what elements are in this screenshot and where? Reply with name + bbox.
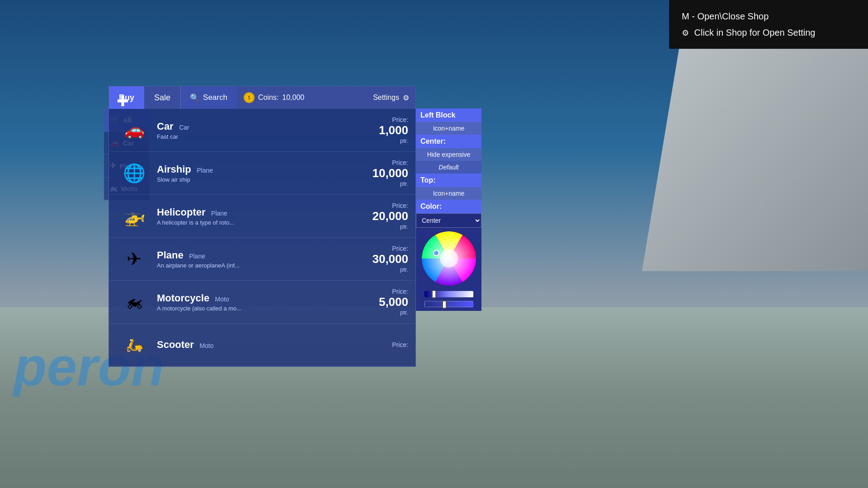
item-price-plane: Price: 30,000 ptr. (372, 245, 408, 273)
settings-button[interactable]: Settings ⚙ (367, 86, 415, 109)
item-row-car[interactable]: 🚗 Car Car Fast car Price: 1,000 ptr. (109, 109, 415, 152)
search-icon: 🔍 (190, 93, 199, 103)
item-name-airship: Airship Plane (157, 164, 372, 175)
settings-panel: Left Block Icon+name Center: Hide expens… (416, 108, 481, 311)
item-info-airship: Airship Plane Slow air ship (152, 164, 372, 183)
item-name-helicopter: Helicopter Plane (157, 206, 372, 218)
hint-line2: ⚙ Click in Shop for Open Setting (682, 24, 855, 41)
item-info-helicopter: Helicopter Plane A helicopter is a type … (152, 206, 372, 226)
color-title: Color: (416, 200, 481, 213)
hint-box: M - Open\Close Shop ⚙ Click in Shop for … (669, 0, 868, 49)
item-icon-car: 🚗 (116, 114, 152, 146)
item-info-car: Car Car Fast car (152, 121, 379, 140)
hint-line1: M - Open\Close Shop (682, 8, 855, 24)
color-wheel-svg[interactable] (422, 231, 476, 286)
item-price-airship: Price: 10,000 ptr. (372, 159, 408, 187)
item-icon-plane: ✈ (116, 243, 152, 275)
items-list: 🚗 Car Car Fast car Price: 1,000 ptr. 🌐 A… (109, 109, 415, 366)
item-icon-scooter: 🛵 (116, 329, 152, 361)
item-price-helicopter: Price: 20,000 ptr. (372, 202, 408, 230)
item-row-scooter[interactable]: 🛵 Scooter Moto Price: (109, 324, 415, 366)
item-icon-airship: 🌐 (116, 157, 152, 189)
gear-icon: ⚙ (682, 26, 689, 40)
left-block-title: Left Block (416, 108, 481, 122)
svg-point-3 (440, 249, 458, 267)
center-title: Center: (416, 135, 481, 148)
coins-label: Coins: (258, 94, 278, 102)
item-price-car: Price: 1,000 ptr. (379, 116, 408, 144)
center-hide-expensive[interactable]: Hide expensive (416, 148, 481, 161)
item-info-motorcycle: Motorcycle Moto A motorcycle (also calle… (152, 292, 379, 312)
lightness-slider[interactable] (425, 291, 473, 297)
center-default[interactable]: Default (416, 161, 481, 174)
item-name-motorcycle: Motorcycle Moto (157, 292, 379, 304)
sale-button[interactable]: Sale (144, 86, 180, 109)
item-price-scooter: Price: (392, 341, 408, 348)
shop-panel: Buy Sale 🔍 Search $ Coins: 10,000 Settin… (108, 86, 416, 367)
coin-icon: $ (244, 92, 255, 103)
svg-point-4 (434, 250, 439, 256)
item-row-airship[interactable]: 🌐 Airship Plane Slow air ship Price: 10,… (109, 152, 415, 195)
item-price-motorcycle: Price: 5,000 ptr. (379, 288, 408, 316)
settings-gear-icon: ⚙ (403, 94, 409, 102)
top-option[interactable]: Icon+name (416, 187, 481, 200)
coins-display: $ Coins: 10,000 (236, 92, 367, 103)
item-icon-motorcycle: 🏍 (116, 286, 152, 318)
item-row-plane[interactable]: ✈ Plane Plane An airplane or aeroplaneA … (109, 238, 415, 281)
settings-label: Settings (373, 94, 399, 102)
shop-topbar: Buy Sale 🔍 Search $ Coins: 10,000 Settin… (109, 86, 415, 109)
item-name-scooter: Scooter Moto (157, 339, 392, 351)
left-block-option[interactable]: Icon+name (416, 122, 481, 135)
top-title: Top: (416, 174, 481, 187)
coins-value: 10,000 (282, 94, 304, 102)
item-name-car: Car Car (157, 121, 379, 132)
lightness-handle[interactable] (432, 290, 436, 298)
alpha-handle[interactable] (442, 300, 447, 309)
item-icon-helicopter: 🚁 (116, 200, 152, 232)
color-wheel-container (416, 228, 481, 311)
item-name-plane: Plane Plane (157, 249, 372, 261)
item-row-motorcycle[interactable]: 🏍 Motorcycle Moto A motorcycle (also cal… (109, 281, 415, 324)
alpha-slider[interactable] (425, 301, 473, 307)
item-info-plane: Plane Plane An airplane or aeroplaneA (i… (152, 249, 372, 269)
search-button[interactable]: 🔍 Search (180, 86, 236, 109)
item-info-scooter: Scooter Moto (152, 339, 392, 351)
item-row-helicopter[interactable]: 🚁 Helicopter Plane A helicopter is a typ… (109, 195, 415, 238)
color-dropdown[interactable]: Center Left Right (416, 213, 481, 228)
color-wheel-wrapper[interactable] (422, 231, 476, 287)
add-button[interactable]: ✚ (117, 93, 129, 110)
search-label: Search (203, 93, 227, 102)
